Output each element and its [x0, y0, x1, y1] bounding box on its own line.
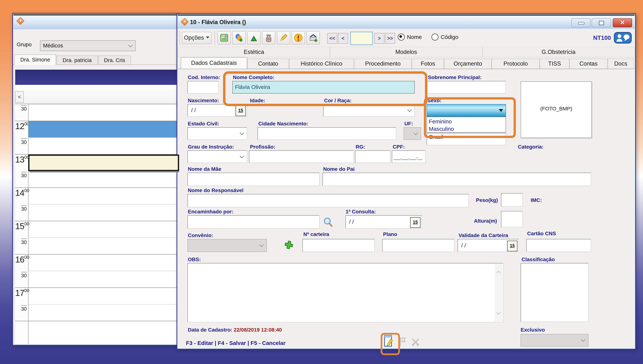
slot-row-1330[interactable]: 30 [15, 171, 179, 188]
scroll-down-icon[interactable] [497, 310, 501, 315]
tab-docs[interactable]: Docs [607, 59, 634, 69]
classificacao-listbox[interactable] [521, 263, 588, 322]
slot-row-1400[interactable]: 1400 [15, 188, 179, 204]
chat-people-icon[interactable] [614, 32, 632, 44]
slot-row-extra[interactable] [15, 321, 179, 344]
slot-cell[interactable] [28, 221, 179, 238]
nav-next-button[interactable]: > [374, 33, 384, 44]
tab-procedimento[interactable]: Procedimento [354, 59, 412, 69]
options-menu-button[interactable]: Opções [182, 32, 212, 44]
search-icon[interactable] [323, 216, 334, 227]
tab-contato[interactable]: Contato [247, 59, 289, 69]
nav-prev-button[interactable]: < [338, 33, 348, 44]
tab-gobstetricia[interactable]: G.Obstetrícia [482, 47, 635, 57]
cod-interno-field[interactable] [187, 81, 219, 94]
slot-cell[interactable] [28, 271, 179, 288]
profissao-field[interactable] [249, 150, 354, 163]
alert-icon[interactable] [292, 31, 305, 44]
sexo-select-open[interactable] [427, 104, 506, 117]
calendar-icon[interactable]: 15 [235, 106, 246, 116]
edit-record-icon[interactable] [383, 334, 394, 348]
slot-row-1530[interactable]: 30 [15, 238, 179, 254]
slot-cell[interactable] [28, 254, 179, 271]
estado-civil-select[interactable] [187, 127, 247, 140]
maximize-button[interactable] [592, 18, 611, 27]
tab-estetica[interactable]: Estética [178, 47, 330, 57]
encaminhado-field[interactable] [187, 215, 319, 228]
slot-row-1730[interactable]: 30 [15, 304, 179, 321]
slot-row-1430[interactable]: 30 [15, 204, 179, 221]
slot-cell-selected[interactable] [28, 121, 179, 138]
nav-last-button[interactable]: >> [385, 33, 395, 44]
cor-raca-select[interactable] [323, 104, 415, 117]
tab-dra-simone[interactable]: Dra. Simone [15, 54, 56, 65]
schedule-window-titlebar[interactable] [14, 16, 179, 29]
triangle-icon[interactable] [247, 31, 260, 44]
sexo-option-masculino[interactable]: Masculino [429, 125, 506, 133]
rg-field[interactable] [355, 150, 390, 163]
group-select[interactable]: Médicos [40, 40, 136, 51]
calendar-icon[interactable]: 15 [507, 241, 517, 251]
pais-field[interactable]: Brasil [427, 133, 506, 145]
slot-row-1700[interactable]: 1700 [15, 288, 179, 304]
collapse-button[interactable]: < [15, 91, 24, 102]
schedule-add-icon[interactable] [306, 31, 320, 44]
grau-instrucao-select[interactable] [187, 150, 247, 163]
slot-row-1630[interactable]: 30 [15, 271, 179, 288]
peso-field[interactable] [501, 193, 523, 206]
record-number-input[interactable] [350, 32, 373, 45]
scroll-up-icon[interactable] [497, 271, 501, 275]
nav-first-button[interactable]: << [327, 33, 337, 44]
plano-field[interactable] [382, 239, 454, 252]
obs-textarea[interactable] [187, 263, 503, 322]
tab-protocolo[interactable]: Protocolo [492, 59, 540, 69]
slot-cell[interactable] [28, 321, 179, 344]
sobrenome-field[interactable] [427, 81, 506, 94]
pencil-icon[interactable] [277, 31, 290, 44]
slot-cell[interactable] [28, 138, 179, 154]
slot-cell[interactable] [28, 304, 179, 321]
slot-cell[interactable] [28, 188, 179, 204]
convenio-select[interactable] [187, 239, 267, 252]
cartao-cns-field[interactable] [526, 239, 591, 252]
altura-field[interactable] [501, 211, 523, 227]
obs-scrollbar[interactable] [495, 264, 502, 322]
records-icon[interactable] [217, 31, 231, 44]
slot-cell[interactable] [28, 288, 179, 304]
add-plus-icon[interactable] [282, 238, 295, 251]
tab-historico-clinico[interactable]: Histórico Clínico [289, 59, 354, 69]
radio-codigo[interactable]: Código [431, 34, 458, 40]
slot-row-1200[interactable]: 1200 [15, 121, 179, 138]
patient-add-icon[interactable] [232, 31, 246, 44]
slot-cell-appointment[interactable] [28, 154, 179, 171]
close-button[interactable]: ✕ [613, 18, 632, 27]
calendar-icon[interactable]: 15 [410, 217, 421, 228]
tab-tiss[interactable]: TISS [540, 59, 569, 69]
validade-field[interactable]: / / 15 [458, 239, 519, 252]
primeira-consulta-field[interactable]: / / 15 [346, 215, 422, 228]
schedule-grid[interactable]: 30 1200 30 1300 30 1400 30 1500 [15, 104, 179, 344]
nome-completo-field[interactable]: Flávia Oliveira [232, 81, 415, 94]
tab-dra-patricia[interactable]: Dra. patricia [56, 56, 98, 65]
nome-pai-field[interactable] [323, 173, 591, 186]
tab-modelos[interactable]: Modelos [330, 47, 482, 57]
photo-box[interactable]: (FOTO_BMP) [521, 81, 592, 138]
responsavel-field[interactable] [187, 194, 469, 207]
slot-cell[interactable] [28, 238, 179, 254]
exclusivo-select[interactable] [521, 334, 588, 346]
slot-cell[interactable] [28, 171, 179, 188]
slot-row-1600[interactable]: 1600 [15, 254, 179, 271]
tab-dra-cris[interactable]: Dra. Cris [98, 56, 131, 65]
sexo-option-feminino[interactable]: Feminino [429, 118, 506, 125]
minimize-button[interactable] [571, 18, 590, 27]
tab-contas[interactable]: Contas [569, 59, 607, 69]
cpf-field[interactable]: ___.___.___-__ [392, 150, 426, 163]
tab-orcamento[interactable]: Orçamento [444, 59, 492, 69]
toolbar-grip[interactable] [179, 31, 180, 45]
nascimento-field[interactable]: / / 15 [187, 104, 247, 117]
tab-fotos[interactable]: Fotos [412, 59, 444, 69]
carteira-field[interactable] [302, 239, 375, 252]
slot-row-1230[interactable]: 30 [15, 138, 179, 154]
radio-nome[interactable]: Nome [398, 34, 422, 40]
slot-row-1500[interactable]: 1500 [15, 221, 179, 238]
